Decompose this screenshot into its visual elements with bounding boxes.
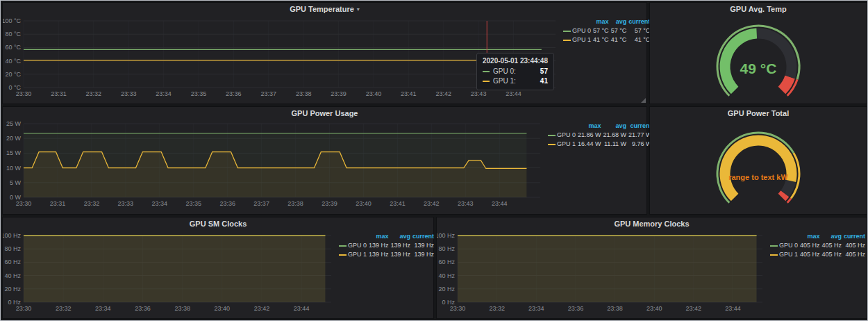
y-tick-label: 40 Hz bbox=[438, 272, 455, 279]
legend-series-name[interactable]: GPU 0 bbox=[571, 27, 593, 35]
legend-spacer bbox=[561, 18, 571, 26]
tooltip-timestamp: 2020-05-01 23:44:48 bbox=[483, 57, 548, 65]
panel-menu-caret-icon[interactable]: ▾ bbox=[357, 6, 360, 13]
legend-header-current[interactable]: current bbox=[412, 233, 436, 240]
legend-header-avg[interactable]: avg bbox=[611, 18, 629, 26]
legend-spacer bbox=[546, 122, 556, 130]
x-tick-label: 23:43 bbox=[458, 200, 474, 207]
panel-header-gpu-sm-clocks[interactable]: GPU SM Clocks bbox=[3, 217, 433, 230]
legend-series-color bbox=[768, 251, 778, 258]
gpu-sm-clocks-chart[interactable]: 23:3023:3223:3423:3623:3823:4023:4223:44… bbox=[3, 230, 337, 318]
panel-header-gpu-power-usage[interactable]: GPU Power Usage bbox=[3, 107, 646, 120]
x-tick-label: 23:40 bbox=[215, 305, 231, 312]
legend-header-current[interactable]: current bbox=[844, 233, 867, 240]
legend-series-color bbox=[768, 242, 778, 249]
x-tick-label: 23:44 bbox=[492, 200, 508, 207]
panel-title: GPU Memory Clocks bbox=[614, 220, 689, 228]
legend-series-color bbox=[561, 36, 571, 44]
x-tick-label: 23:35 bbox=[185, 200, 201, 207]
legend-header-avg[interactable]: avg bbox=[391, 233, 413, 240]
legend-series-color bbox=[337, 242, 347, 249]
legend-value: 57 °C bbox=[593, 27, 611, 35]
legend-value: 139 Hz bbox=[369, 242, 391, 249]
legend-spacer bbox=[768, 233, 778, 240]
x-tick-label: 23:30 bbox=[450, 305, 466, 312]
y-tick-label: 0 Hz bbox=[8, 299, 21, 306]
legend-value: 405 Hz bbox=[800, 242, 822, 249]
panel-title: GPU Temperature bbox=[290, 5, 354, 13]
x-tick-label: 23:38 bbox=[296, 90, 312, 97]
gpu-avg-temp-gauge: 49 °C bbox=[650, 15, 867, 103]
panel-resize-handle[interactable] bbox=[641, 98, 646, 103]
y-tick-label: 60 °C bbox=[5, 44, 21, 51]
legend-series-color bbox=[561, 27, 571, 35]
gauge-threshold-arc bbox=[782, 194, 785, 197]
x-tick-label: 23:42 bbox=[435, 90, 451, 97]
y-tick-label: 100 °C bbox=[3, 17, 21, 24]
series-color-dash-icon bbox=[770, 245, 778, 247]
panel-title: GPU Power Total bbox=[728, 109, 789, 117]
x-tick-label: 23:33 bbox=[118, 200, 134, 207]
x-tick-label: 23:36 bbox=[135, 305, 151, 312]
legend-series-name[interactable]: GPU 1 bbox=[556, 140, 578, 148]
gauge-value-text: range to text kW bbox=[728, 173, 788, 181]
gpu-power-usage-legend: maxavgcurrentGPU 021.86 W21.68 W21.77 WG… bbox=[546, 120, 646, 214]
legend-header-max[interactable]: max bbox=[593, 18, 611, 26]
panel-header-gpu-avg-temp[interactable]: GPU Avg. Temp bbox=[650, 3, 867, 15]
legend-value: 21.86 W bbox=[578, 131, 603, 139]
x-tick-label: 23:38 bbox=[174, 305, 190, 312]
panel-header-gpu-power-total[interactable]: GPU Power Total bbox=[650, 107, 867, 120]
legend-series-name[interactable]: GPU 1 bbox=[778, 251, 800, 258]
x-tick-label: 23:40 bbox=[366, 90, 382, 97]
legend-value: 21.68 W bbox=[603, 131, 629, 139]
gpu-temperature-legend: maxavgcurrentGPU 057 °C57 °C57 °CGPU 141… bbox=[561, 15, 646, 103]
panel-gpu-power-usage: GPU Power Usage 23:3023:3123:3223:3323:3… bbox=[2, 106, 647, 215]
gauge-value-text: 49 °C bbox=[740, 60, 777, 76]
legend-series-name[interactable]: GPU 1 bbox=[571, 36, 593, 44]
series-color-dash-icon bbox=[548, 144, 556, 145]
legend-header-max[interactable]: max bbox=[800, 233, 822, 240]
x-tick-label: 23:32 bbox=[86, 90, 102, 97]
legend-header-max[interactable]: max bbox=[578, 122, 603, 130]
x-tick-label: 23:31 bbox=[50, 200, 66, 207]
panel-gpu-power-total: GPU Power Total range to text kW bbox=[649, 106, 867, 215]
gpu-memory-clocks-chart[interactable]: 23:3023:3223:3423:3623:3823:4023:4223:44… bbox=[437, 230, 768, 318]
gpu-power-usage-chart[interactable]: 23:3023:3123:3223:3323:3423:3523:3623:37… bbox=[3, 120, 546, 214]
y-tick-label: 40 °C bbox=[5, 58, 21, 65]
series-fill-gpu-1 bbox=[458, 236, 757, 302]
tooltip-series-value: 41 bbox=[540, 76, 548, 86]
panel-title: GPU Avg. Temp bbox=[730, 5, 787, 13]
legend-header-avg[interactable]: avg bbox=[603, 122, 629, 130]
y-tick-label: 0 °C bbox=[8, 84, 21, 91]
panel-header-gpu-memory-clocks[interactable]: GPU Memory Clocks bbox=[437, 217, 867, 230]
legend-series-name[interactable]: GPU 0 bbox=[347, 242, 369, 249]
legend-value: 405 Hz bbox=[800, 251, 822, 258]
tooltip-series-row: GPU 1:41 bbox=[483, 76, 548, 86]
legend-header-max[interactable]: max bbox=[369, 233, 391, 240]
legend-value: 139 Hz bbox=[412, 251, 436, 258]
legend-header-avg[interactable]: avg bbox=[822, 233, 844, 240]
y-tick-label: 5 W bbox=[10, 179, 22, 186]
gpu-sm-clocks-legend: maxavgcurrentGPU 0139 Hz139 Hz139 HzGPU … bbox=[337, 230, 433, 318]
y-tick-label: 10 W bbox=[6, 165, 22, 172]
gauge-value-arc bbox=[725, 140, 792, 197]
x-tick-label: 23:36 bbox=[219, 200, 235, 207]
legend-series-name[interactable]: GPU 0 bbox=[556, 131, 578, 139]
x-tick-label: 23:37 bbox=[260, 90, 276, 97]
y-tick-label: 100 Hz bbox=[3, 232, 21, 239]
x-tick-label: 23:41 bbox=[390, 200, 406, 207]
tooltip-series-name: GPU 1: bbox=[493, 76, 516, 86]
legend-series-name[interactable]: GPU 0 bbox=[778, 242, 800, 249]
y-tick-label: 100 Hz bbox=[437, 232, 455, 239]
x-tick-label: 23:32 bbox=[84, 200, 100, 207]
panel-gpu-avg-temp: GPU Avg. Temp 49 °C bbox=[649, 2, 867, 104]
legend-value: 405 Hz bbox=[844, 242, 867, 249]
x-tick-label: 23:39 bbox=[331, 90, 347, 97]
legend-series-name[interactable]: GPU 1 bbox=[347, 251, 369, 258]
panel-header-gpu-temperature[interactable]: GPU Temperature ▾ bbox=[3, 3, 646, 15]
y-tick-label: 60 Hz bbox=[438, 258, 455, 265]
series-color-dash-icon bbox=[563, 31, 571, 32]
y-tick-label: 20 °C bbox=[5, 71, 21, 78]
x-tick-label: 23:36 bbox=[226, 90, 242, 97]
gauge-threshold-band bbox=[787, 198, 791, 202]
